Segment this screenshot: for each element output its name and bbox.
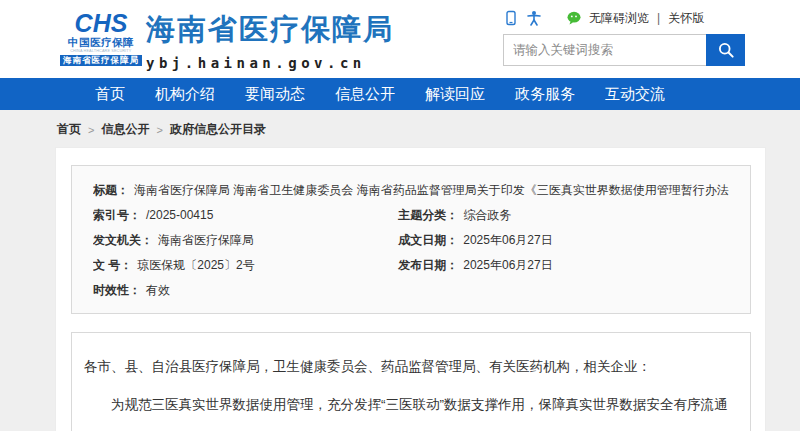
main-nav: 首页 机构介绍 要闻动态 信息公开 解读回应 政务服务 互动交流: [0, 78, 800, 110]
meta-value-publish-date: 2025年06月27日: [463, 253, 552, 278]
breadcrumb-separator: >: [156, 124, 162, 136]
meta-value-doc-number: 琼医保规〔2025〕2号: [137, 253, 254, 278]
breadcrumb-current-page: 政府信息公开目录: [170, 121, 266, 138]
meta-label-index-number: 索引号：: [93, 203, 141, 228]
accessibility-link[interactable]: 无障碍浏览: [589, 10, 649, 27]
search-button[interactable]: [706, 34, 745, 66]
meta-row: 时效性： 有效: [93, 278, 729, 303]
meta-row: 发文机关： 海南省医疗保障局 成文日期： 2025年06月27日: [93, 228, 729, 253]
nav-item-news[interactable]: 要闻动态: [245, 85, 305, 104]
nav-item-about[interactable]: 机构介绍: [155, 85, 215, 104]
site-title: 海南省医疗保障局: [146, 10, 394, 50]
nav-item-services[interactable]: 政务服务: [515, 85, 575, 104]
meta-row: 文 号： 琼医保规〔2025〕2号 发布日期： 2025年06月27日: [93, 253, 729, 278]
meta-row: 索引号： /2025-00415 主题分类： 综合政务: [93, 203, 729, 228]
meta-label-publish-date: 发布日期：: [398, 253, 458, 278]
care-version-link[interactable]: 关怀版: [668, 10, 704, 27]
meta-label-validity: 时效性：: [93, 278, 141, 303]
meta-value-issuing-agency: 海南省医疗保障局: [158, 228, 254, 253]
quick-links-divider: |: [657, 11, 660, 25]
breadcrumb-separator: >: [88, 124, 94, 136]
logo-en-name: CHINA HEALTHCARE SECURITY: [70, 49, 131, 53]
breadcrumb-home[interactable]: 首页: [57, 121, 81, 138]
wechat-icon[interactable]: [566, 10, 582, 26]
nav-item-interpretation[interactable]: 解读回应: [425, 85, 485, 104]
logo-chs-text: CHS: [75, 10, 128, 36]
article-paragraph: 为规范三医真实世界数据使用管理，充分发挥“三医联动”数据支撑作用，保障真实世界数…: [84, 386, 738, 431]
article-body: 各市、县、自治县医疗保障局，卫生健康委员会、药品监督管理局、有关医药机构，相关企…: [71, 332, 751, 431]
breadcrumb: 首页 > 信息公开 > 政府信息公开目录: [0, 110, 800, 147]
meta-label-title: 标题：: [93, 178, 129, 203]
meta-label-category: 主题分类：: [398, 203, 458, 228]
site-header: CHS 中国医疗保障 CHINA HEALTHCARE SECURITY 海南省…: [0, 0, 800, 78]
meta-value-written-date: 2025年06月27日: [463, 228, 552, 253]
content-panel: 标题： 海南省医疗保障局 海南省卫生健康委员会 海南省药品监督管理局关于印发《三…: [55, 147, 766, 431]
logo-cn-name: 中国医疗保障: [68, 37, 134, 48]
meta-row-title: 标题： 海南省医疗保障局 海南省卫生健康委员会 海南省药品监督管理局关于印发《三…: [93, 178, 729, 203]
page: CHS 中国医疗保障 CHINA HEALTHCARE SECURITY 海南省…: [0, 0, 800, 431]
meta-label-written-date: 成文日期：: [398, 228, 458, 253]
meta-value-validity: 有效: [146, 278, 170, 303]
nav-item-home[interactable]: 首页: [95, 85, 125, 104]
site-url: ybj.hainan.gov.cn: [146, 55, 394, 71]
article-salutation: 各市、县、自治县医疗保障局，卫生健康委员会、药品监督管理局、有关医药机构，相关企…: [84, 348, 738, 386]
meta-label-issuing-agency: 发文机关：: [93, 228, 153, 253]
meta-value-title: 海南省医疗保障局 海南省卫生健康委员会 海南省药品监督管理局关于印发《三医真实世…: [134, 178, 729, 203]
document-meta-box: 标题： 海南省医疗保障局 海南省卫生健康委员会 海南省药品监督管理局关于印发《三…: [71, 165, 751, 314]
nav-item-interaction[interactable]: 互动交流: [605, 85, 665, 104]
search-input[interactable]: [503, 34, 706, 66]
accessibility-icon[interactable]: [526, 10, 542, 26]
search-icon: [716, 40, 736, 60]
site-logo[interactable]: CHS 中国医疗保障 CHINA HEALTHCARE SECURITY 海南省…: [64, 10, 138, 66]
meta-label-doc-number: 文 号：: [93, 253, 132, 278]
meta-value-index-number: /2025-00415: [146, 203, 213, 228]
nav-item-info-disclosure[interactable]: 信息公开: [335, 85, 395, 104]
breadcrumb-info-disclosure[interactable]: 信息公开: [101, 121, 149, 138]
meta-value-category: 综合政务: [463, 203, 511, 228]
search-bar: [503, 34, 745, 66]
phone-icon[interactable]: [503, 10, 519, 26]
quick-links: 无障碍浏览 | 关怀版: [503, 9, 745, 27]
logo-org-name: 海南省医疗保障局: [60, 55, 142, 67]
